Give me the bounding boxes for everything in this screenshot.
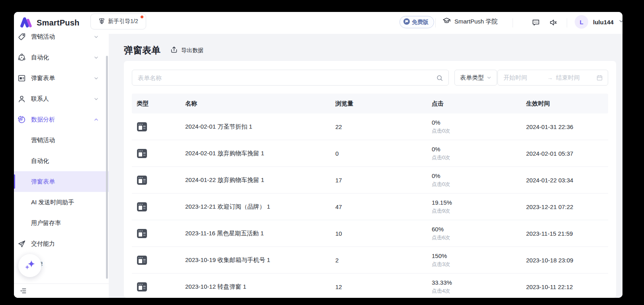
click-count: 点击0次 — [432, 127, 521, 135]
popup-form-type-icon — [132, 282, 180, 292]
table-row[interactable]: 2023-11-16 黑色星期五活動 1 10 60% 点击6次 2023-11… — [132, 220, 608, 247]
click-stats: 0% 点击0次 — [427, 119, 521, 135]
guide-button-label: 新手引导1/2 — [108, 18, 138, 25]
topbar-divider — [435, 18, 436, 27]
sidebar-nav: 营销活动 自动化 — [14, 26, 109, 275]
table-row[interactable]: 2024-01-22 放弃购物车挽留 1 17 0% 点击0次 2024-01-… — [132, 167, 608, 194]
notification-dot — [141, 16, 143, 18]
table-row[interactable]: 2024-02-01 放弃购物车挽留 1 0 0% 点击0次 2024-02-0… — [132, 140, 608, 167]
views-count: 17 — [331, 177, 427, 184]
table-row[interactable]: 2023-10-12 转盘弹窗 1 12 33.33% 点击4次 2023-10… — [132, 274, 608, 298]
click-count: 点击9次 — [432, 207, 521, 215]
plan-badge-label: 免费版 — [412, 19, 429, 26]
sidebar-subitem-user-retention[interactable]: 用户留存率 — [14, 213, 109, 233]
sidebar-subitem-ai-send-time[interactable]: AI 发送时间助手 — [14, 192, 109, 213]
click-rate: 33.33% — [432, 279, 521, 286]
chat-bubble-icon — [532, 18, 540, 28]
popup-form-type-icon — [132, 228, 180, 239]
plan-badge[interactable]: 免费版 — [399, 16, 434, 28]
popup-form-type-icon — [132, 201, 180, 212]
table-body: 2024-02-01 万圣节折扣 1 22 0% 点击0次 2024-01-31… — [132, 113, 608, 298]
topbar-divider — [513, 18, 513, 27]
chevron-down-icon — [487, 74, 491, 81]
academy-link[interactable]: SmartPush 学院 — [442, 17, 497, 26]
date-range-arrow: → — [547, 74, 553, 81]
export-label: 导出数据 — [181, 47, 204, 54]
tag-icon — [18, 33, 26, 41]
popup-form-type-icon — [132, 148, 180, 159]
date-range-picker[interactable]: 开始时间 → 结束时间 — [497, 70, 608, 86]
form-name: 2024-02-01 放弃购物车挽留 1 — [180, 150, 331, 157]
export-data-button[interactable]: 导出数据 — [170, 46, 204, 55]
search-icon[interactable] — [436, 74, 443, 83]
paper-plane-icon — [18, 240, 26, 248]
chevron-down-icon — [619, 18, 622, 25]
click-rate: 0% — [432, 119, 521, 126]
speaker-icon — [549, 18, 558, 28]
col-clicks: 点击 — [427, 100, 521, 108]
content-card: 表单类型 开始时间 → 结束时间 — [124, 61, 616, 298]
sidebar-item-popup-forms[interactable]: 弹窗表单 — [14, 68, 109, 88]
chevron-up-icon — [94, 117, 99, 124]
chevron-down-icon — [94, 55, 99, 62]
collapse-sidebar-button[interactable] — [18, 286, 28, 296]
click-count: 点击3次 — [432, 261, 521, 268]
automation-icon — [18, 53, 26, 62]
announcements-button[interactable] — [548, 18, 559, 29]
click-rate: 150% — [432, 252, 521, 259]
table-row[interactable]: 2023-12-21 欢迎订阅（品牌） 1 47 19.15% 点击9次 202… — [132, 194, 608, 220]
form-name-search — [132, 70, 449, 86]
views-count: 12 — [331, 283, 427, 290]
sidebar-item-contacts[interactable]: 联系人 — [14, 88, 109, 109]
views-count: 10 — [331, 230, 427, 237]
screen-frame: SmartPush 新手引导1/2 免费版 — [0, 0, 644, 305]
sidebar-item-analytics[interactable]: 数据分析 — [14, 109, 109, 130]
table-row[interactable]: 2024-02-01 万圣节折扣 1 22 0% 点击0次 2024-01-31… — [132, 113, 608, 140]
user-menu[interactable]: L lulu144 — [575, 15, 622, 29]
click-stats: 150% 点击3次 — [427, 252, 521, 268]
sidebar-subitem-analytics-popup-forms[interactable]: 弹窗表单 — [14, 171, 109, 192]
sparkles-icon — [22, 257, 37, 274]
feedback-button[interactable] — [530, 18, 541, 29]
views-count: 2 — [331, 257, 427, 264]
form-name: 2023-10-12 转盘弹窗 1 — [180, 283, 331, 291]
graduation-cap-icon — [442, 17, 451, 26]
ai-assistant-floating-button[interactable] — [18, 254, 41, 277]
main-content: 弹窗表单 导出数据 — [109, 34, 622, 298]
effective-time: 2024-02-01 05:37 — [521, 150, 608, 157]
sidebar-scrollbar[interactable] — [106, 56, 108, 279]
table-row[interactable]: 2023-10-19 收集邮箱与手机号 1 2 150% 点击3次 2023-1… — [132, 247, 608, 274]
popup-window-icon — [18, 74, 26, 82]
sidebar-subitem-analytics-automation[interactable]: 自动化 — [14, 151, 109, 171]
form-name: 2023-12-21 欢迎订阅（品牌） 1 — [180, 203, 331, 211]
end-date-placeholder: 结束时间 — [556, 74, 580, 82]
sidebar-item-campaigns[interactable]: 营销活动 — [14, 26, 109, 47]
search-input[interactable] — [132, 70, 448, 85]
popup-forms-table: 类型 名称 浏览量 点击 生效时间 2024-02-01 万圣节折扣 1 22 — [132, 94, 608, 298]
click-stats: 0% 点击0次 — [427, 172, 521, 188]
sidebar-subitem-analytics-campaigns[interactable]: 营销活动 — [14, 130, 109, 151]
col-name: 名称 — [180, 100, 331, 108]
click-rate: 60% — [432, 226, 521, 233]
calendar-icon — [596, 74, 603, 81]
sidebar-item-deliverability[interactable]: 交付能力 — [14, 233, 109, 254]
form-type-select[interactable]: 表单类型 — [454, 70, 497, 86]
click-rate: 19.15% — [432, 199, 521, 206]
form-name: 2024-02-01 万圣节折扣 1 — [180, 123, 331, 131]
form-name: 2023-10-19 收集邮箱与手机号 1 — [180, 256, 331, 264]
table-header: 类型 名称 浏览量 点击 生效时间 — [132, 94, 608, 113]
form-name: 2024-01-22 放弃购物车挽留 1 — [180, 176, 331, 184]
effective-time: 2023-10-18 23:09 — [521, 257, 608, 264]
form-type-value: 表单类型 — [460, 74, 484, 82]
sidebar-item-automation[interactable]: 自动化 — [14, 47, 109, 68]
click-stats: 60% 点击6次 — [427, 226, 521, 241]
col-type: 类型 — [132, 100, 180, 108]
username: lulu144 — [593, 19, 614, 25]
start-date-placeholder: 开始时间 — [503, 74, 527, 82]
effective-time: 2023-10-11 22:12 — [521, 283, 608, 290]
chevron-down-icon — [94, 75, 99, 82]
sidebar: 营销活动 自动化 — [14, 34, 109, 298]
app-window: SmartPush 新手引导1/2 免费版 — [14, 12, 622, 298]
effective-time: 2023-12-21 07:22 — [521, 203, 608, 210]
col-effective-time: 生效时间 — [521, 100, 608, 108]
